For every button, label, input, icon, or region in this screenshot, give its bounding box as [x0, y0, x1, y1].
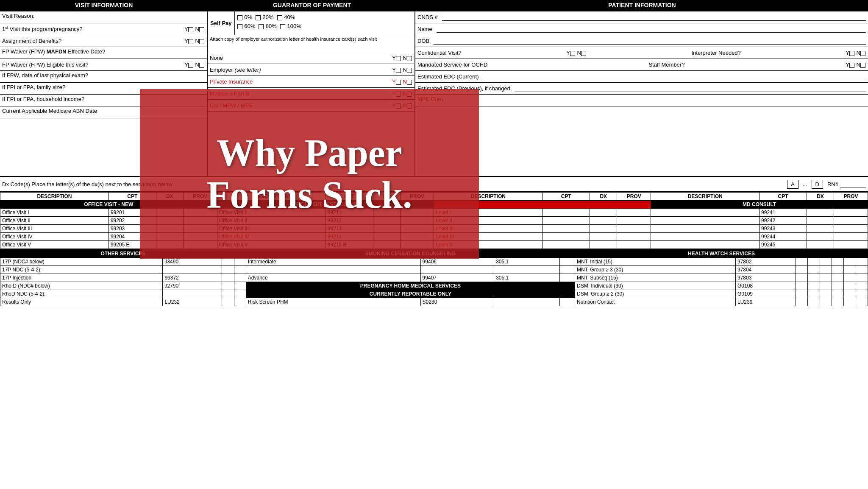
- attach-copy-text: Attach copy of employer authorization le…: [210, 36, 377, 42]
- family-size-label: If FPI or FPA, family size?: [2, 84, 65, 90]
- confidential-row: Confidential Visit? Y N Interpreter Need…: [415, 47, 868, 59]
- ov-level-3-prov: [617, 225, 651, 233]
- ov-new-1-desc: Office Visit I: [0, 209, 109, 217]
- ov-level-4-prov: [617, 233, 651, 241]
- health-2-cpt: 97804: [735, 266, 796, 274]
- dob-label: DOB: [417, 38, 429, 44]
- other-6-dx: [222, 298, 234, 306]
- overlay-text: Why Paper Forms Suck.: [206, 132, 412, 216]
- opt-20: 20%: [256, 14, 274, 20]
- md-4-prov: [834, 233, 868, 241]
- table-row: 17P (NDC# below) J3490 Intermediate 9940…: [0, 258, 868, 266]
- ov-level-2-dx: [590, 217, 617, 225]
- other-4-cpt: J2790: [163, 282, 222, 290]
- private-insurance-label: Private Insurance: [210, 78, 253, 85]
- health-2b-cpt: [832, 266, 843, 274]
- form-container: VISIT INFORMATION GUARANTOR OF PAYMENT P…: [0, 0, 868, 489]
- health-4b-dx: [844, 282, 856, 290]
- other-2-desc: 17P NDC (5-4-2):: [0, 266, 163, 274]
- health-3-dx: [796, 274, 807, 282]
- dob-row: DOB: [415, 35, 868, 47]
- pregnancy-phm-cpt: S0280: [420, 298, 494, 306]
- health-6b-dx: [844, 298, 856, 306]
- staff-label: Staff Member?: [648, 61, 684, 68]
- health-3-prov: [808, 274, 820, 282]
- health-3b-desc: [820, 274, 832, 282]
- visit-reason-row: Visit Reason:: [0, 11, 207, 23]
- visit-reason-label: Visit Reason:: [2, 13, 34, 19]
- health-3b-dx: [844, 274, 856, 282]
- ov-new-2-desc: Office Visit II: [0, 217, 109, 225]
- md-1-cpt: 99241: [760, 209, 807, 217]
- interpreter-label: Interpreter Needed?: [691, 50, 740, 56]
- md-5-desc: [651, 241, 760, 249]
- smoking-1-dx: 305.1: [494, 258, 560, 266]
- health-1-prov: [808, 258, 820, 266]
- other-6-prov: [234, 298, 246, 306]
- ov-level-4-dx: [590, 233, 617, 241]
- ov-level-1-cpt: [542, 209, 590, 217]
- fpw-eligible-yn: Y N: [184, 61, 205, 68]
- health-5b-dx: [844, 290, 856, 298]
- smoking-1-cpt: 99406: [420, 258, 494, 266]
- th-cpt-4: CPT: [760, 193, 807, 201]
- md-2-cpt: 99242: [760, 217, 807, 225]
- patient-info-section: CNDS # Name DOB Confidential Visit? Y N …: [415, 11, 868, 176]
- other-4-prov: [234, 282, 246, 290]
- ov-level-5-dx: [590, 241, 617, 249]
- none-yn: Y N: [392, 55, 412, 61]
- opt-0: 0%: [237, 14, 252, 20]
- health-5-dx: [796, 290, 807, 298]
- staff-yn: Y N: [846, 61, 866, 68]
- health-5b-prov: [856, 290, 868, 298]
- patient-info-header: PATIENT INFORMATION: [415, 0, 868, 11]
- health-6-cpt: LU239: [735, 298, 796, 306]
- smoking-3-prov: [560, 274, 575, 282]
- ov-level-4-cpt: [542, 233, 590, 241]
- ov-level-1-prov: [617, 209, 651, 217]
- employer-yn: Y N: [392, 67, 412, 73]
- other-1-desc: 17P (NDC# below): [0, 258, 163, 266]
- md-3-cpt: 99243: [760, 225, 807, 233]
- confidential-label: Confidential Visit?: [417, 50, 462, 56]
- ov-level-1-dx: [590, 209, 617, 217]
- health-5-cpt: G0109: [735, 290, 796, 298]
- th-description-4: DESCRIPTION: [651, 193, 760, 201]
- health-2-prov: [808, 266, 820, 274]
- health-4-desc: DSM, Individual (30): [575, 282, 735, 290]
- ov-new-3-desc: Office Visit III: [0, 225, 109, 233]
- health-4b-desc: [820, 282, 832, 290]
- health-2-desc: MNT, Group ≥ 3 (30): [575, 266, 735, 274]
- pregnancy-phm-prov: [560, 298, 575, 306]
- name-label: Name: [417, 26, 432, 32]
- household-income-label: If FPI or FPA, household income?: [2, 96, 84, 102]
- mandated-row: Mandated Service for OCHD Staff Member? …: [415, 59, 868, 71]
- health-6-prov: [808, 298, 820, 306]
- md-4-desc: [651, 233, 760, 241]
- health-4b-cpt: [832, 282, 843, 290]
- md-1-desc: [651, 209, 760, 217]
- health-5b-cpt: [832, 290, 843, 298]
- ov-level-3-cpt: [542, 225, 590, 233]
- dx-d: D: [812, 180, 823, 189]
- mpe-row: MPE Due): [415, 95, 868, 106]
- other-2-dx: [222, 266, 234, 274]
- other-1-cpt: J3490: [163, 258, 222, 266]
- md-3-dx: [807, 225, 834, 233]
- th-prov-4: PROV: [834, 193, 868, 201]
- other-4-dx: [222, 282, 234, 290]
- th-dx-4: DX: [807, 193, 834, 201]
- health-4b-prov: [856, 282, 868, 290]
- health-watch-header: HEALTH WATCH SERVICES: [575, 250, 868, 258]
- overlay-line1: Why Paper: [217, 132, 402, 174]
- fpw-eligible-label: FP Waiver (FPW) Eligible this visit?: [2, 61, 89, 68]
- other-3-cpt: 96372: [163, 274, 222, 282]
- health-2-dx: [796, 266, 807, 274]
- table-row: 17P Injection 96372 Advance 99407 305.1 …: [0, 274, 868, 282]
- table-row: Rho D (NDC# below) J2790 PREGNANCY HOME …: [0, 282, 868, 290]
- none-row: None Y N: [208, 52, 415, 64]
- assignment-label: Assignment of Benefits?: [2, 38, 61, 44]
- ov-new-5-desc: Office Visit V: [0, 241, 109, 249]
- other-3-dx: [222, 274, 234, 282]
- ov-level-5-prov: [617, 241, 651, 249]
